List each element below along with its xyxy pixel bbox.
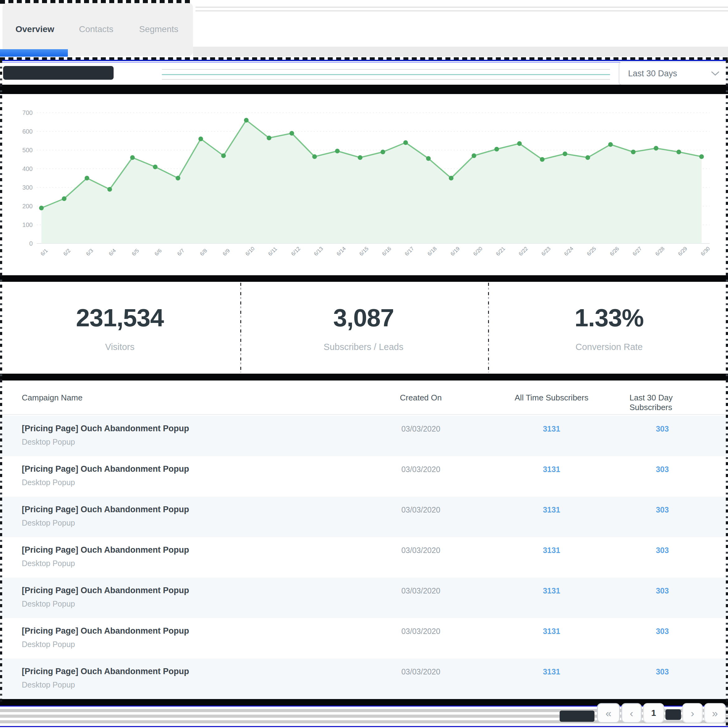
glitch-dashed-line bbox=[0, 57, 728, 60]
all-time-subscribers-link[interactable]: 3131 bbox=[505, 546, 598, 555]
all-time-subscribers-link[interactable]: 3131 bbox=[505, 425, 598, 434]
col-header-last-30-day-subscribers: Last 30 Day Subscribers bbox=[630, 393, 695, 412]
created-on-value: 03/03/2020 bbox=[374, 627, 468, 636]
data-point[interactable] bbox=[403, 140, 408, 145]
campaign-name[interactable]: [Pricing Page] Ouch Abandonment Popup bbox=[22, 464, 189, 474]
data-point[interactable] bbox=[267, 136, 271, 140]
campaign-type: Desktop Popup bbox=[22, 680, 75, 690]
data-point[interactable] bbox=[517, 141, 522, 146]
tab-overview[interactable]: Overview bbox=[15, 24, 55, 34]
last-30-day-subscribers-link[interactable]: 303 bbox=[616, 627, 709, 636]
all-time-subscribers-link[interactable]: 3131 bbox=[505, 505, 598, 514]
pagination-current-page[interactable]: 1 bbox=[643, 703, 664, 723]
active-tab-underline bbox=[0, 49, 68, 57]
data-point[interactable] bbox=[449, 176, 453, 181]
campaign-name[interactable]: [Pricing Page] Ouch Abandonment Popup bbox=[22, 586, 189, 595]
pagination-redacted bbox=[665, 709, 681, 720]
last-30-day-subscribers-link[interactable]: 303 bbox=[616, 425, 709, 434]
data-point[interactable] bbox=[494, 147, 499, 152]
campaign-type: Desktop Popup bbox=[22, 599, 75, 608]
stat-card-separator bbox=[240, 283, 241, 372]
last-30-day-subscribers-link[interactable]: 303 bbox=[616, 505, 709, 514]
campaign-type: Desktop Popup bbox=[22, 478, 75, 487]
tab-segments[interactable]: Segments bbox=[139, 24, 178, 34]
table-row: [Pricing Page] Ouch Abandonment PopupDes… bbox=[0, 578, 728, 618]
glitch-band bbox=[0, 275, 728, 282]
data-point[interactable] bbox=[631, 150, 636, 155]
data-point[interactable] bbox=[244, 118, 249, 123]
data-point[interactable] bbox=[39, 206, 44, 210]
created-on-value: 03/03/2020 bbox=[374, 586, 468, 595]
all-time-subscribers-link[interactable]: 3131 bbox=[505, 667, 598, 676]
table-row: [Pricing Page] Ouch Abandonment PopupDes… bbox=[0, 456, 728, 497]
data-point[interactable] bbox=[130, 155, 135, 160]
table-header-divider bbox=[0, 414, 728, 415]
date-range-select[interactable]: Last 30 Days bbox=[619, 62, 727, 85]
created-on-value: 03/03/2020 bbox=[374, 546, 468, 555]
data-point[interactable] bbox=[85, 176, 89, 181]
glitch-line-blue bbox=[0, 726, 728, 727]
glitch-left-edge bbox=[0, 60, 2, 704]
campaign-name[interactable]: [Pricing Page] Ouch Abandonment Popup bbox=[22, 505, 189, 514]
table-row: [Pricing Page] Ouch Abandonment PopupDes… bbox=[0, 537, 728, 578]
glitch-band bbox=[0, 85, 728, 94]
table-row: [Pricing Page] Ouch Abandonment PopupDes… bbox=[0, 416, 728, 456]
data-point[interactable] bbox=[540, 157, 544, 162]
col-header-all-time-subscribers: All Time Subscribers bbox=[515, 393, 589, 403]
data-point[interactable] bbox=[676, 150, 681, 155]
pagination-first-button[interactable]: « bbox=[597, 703, 620, 723]
chevron-down-icon bbox=[711, 71, 719, 76]
stat-subscribers-label: Subscribers / Leads bbox=[324, 342, 403, 352]
data-point[interactable] bbox=[221, 153, 226, 158]
all-time-subscribers-link[interactable]: 3131 bbox=[505, 465, 598, 474]
glitch-right-edge bbox=[726, 60, 728, 728]
last-30-day-subscribers-link[interactable]: 303 bbox=[616, 586, 709, 595]
data-point[interactable] bbox=[699, 155, 704, 159]
data-point[interactable] bbox=[289, 131, 294, 136]
pagination-last-button[interactable]: » bbox=[704, 703, 726, 723]
last-30-day-subscribers-link[interactable]: 303 bbox=[616, 546, 709, 555]
campaign-name[interactable]: [Pricing Page] Ouch Abandonment Popup bbox=[22, 626, 189, 636]
glitch-band bbox=[0, 374, 728, 380]
data-point[interactable] bbox=[62, 196, 67, 201]
chart-area-fill bbox=[41, 120, 702, 244]
campaign-name[interactable]: [Pricing Page] Ouch Abandonment Popup bbox=[22, 545, 189, 555]
campaign-type: Desktop Popup bbox=[22, 559, 75, 568]
data-point[interactable] bbox=[654, 146, 658, 151]
data-point[interactable] bbox=[199, 137, 203, 141]
campaign-type: Desktop Popup bbox=[22, 518, 75, 527]
col-header-created-on: Created On bbox=[400, 393, 442, 403]
table-row: [Pricing Page] Ouch Abandonment PopupDes… bbox=[0, 497, 728, 537]
data-point[interactable] bbox=[335, 149, 340, 153]
stat-subscribers-value: 3,087 bbox=[333, 303, 394, 332]
pagination-prev-button[interactable]: ‹ bbox=[621, 703, 642, 723]
data-point[interactable] bbox=[381, 150, 385, 155]
data-point[interactable] bbox=[153, 165, 158, 169]
items-count-redacted bbox=[560, 711, 595, 722]
data-point[interactable] bbox=[176, 176, 180, 181]
data-point[interactable] bbox=[312, 155, 317, 159]
last-30-day-subscribers-link[interactable]: 303 bbox=[616, 667, 709, 676]
data-point[interactable] bbox=[586, 155, 590, 160]
campaign-type: Desktop Popup bbox=[22, 640, 75, 649]
stat-conversion-value: 1.33% bbox=[575, 303, 644, 332]
last-30-day-subscribers-link[interactable]: 303 bbox=[616, 465, 709, 474]
data-point[interactable] bbox=[608, 142, 613, 147]
stat-visitors-label: Visitors bbox=[105, 342, 135, 352]
data-point[interactable] bbox=[358, 155, 362, 160]
tab-contacts[interactable]: Contacts bbox=[79, 24, 113, 34]
glitch-line bbox=[162, 69, 610, 70]
campaign-name[interactable]: [Pricing Page] Ouch Abandonment Popup bbox=[22, 424, 189, 434]
data-point[interactable] bbox=[426, 156, 431, 161]
all-time-subscribers-link[interactable]: 3131 bbox=[505, 586, 598, 595]
data-point[interactable] bbox=[107, 187, 112, 192]
data-point[interactable] bbox=[563, 152, 567, 156]
data-point[interactable] bbox=[471, 153, 476, 158]
created-on-value: 03/03/2020 bbox=[374, 425, 468, 434]
all-time-subscribers-link[interactable]: 3131 bbox=[505, 627, 598, 636]
stat-card-separator bbox=[488, 283, 489, 372]
campaign-name[interactable]: [Pricing Page] Ouch Abandonment Popup bbox=[22, 667, 189, 676]
pagination-next-button[interactable]: › bbox=[682, 703, 703, 723]
stat-visitors-value: 231,534 bbox=[76, 303, 164, 332]
campaign-table-body: [Pricing Page] Ouch Abandonment PopupDes… bbox=[0, 416, 728, 699]
